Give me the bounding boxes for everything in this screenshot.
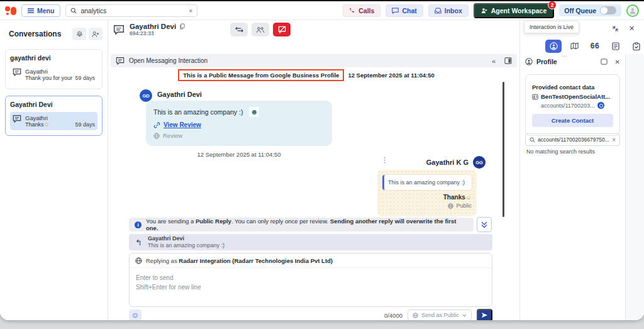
reply-quote-bar: ↰ Gayathri Devi This is an amazing compa… (129, 234, 492, 250)
contact-name-row: BenTestOpenSocialAtt... (532, 93, 613, 100)
agent-workspace-button[interactable]: Agent Workspace 2 (474, 3, 555, 18)
conversation-group-name: gayathri devi (10, 54, 97, 62)
phone-icon (349, 8, 355, 14)
reply-arrow-icon: ↰ (135, 238, 142, 247)
message-icon (116, 57, 125, 65)
inbound-message-bubble: This is an amazing company :) ☻ View Rev… (146, 101, 332, 146)
detail-tabs: 66 Tools (520, 38, 644, 54)
interaction-contact-name: Gayathri Devi (130, 23, 176, 31)
close-profile-icon[interactable]: ✕ (615, 59, 620, 65)
consult-button[interactable] (252, 23, 269, 36)
workspace-badge: 2 (548, 1, 557, 9)
agent-icon (481, 8, 488, 14)
emoji-picker-button[interactable]: ☺ (129, 309, 142, 320)
tab-wrapup[interactable] (628, 40, 644, 53)
smiley-emoji: ☺ (44, 121, 50, 128)
user-avatar[interactable] (626, 4, 639, 17)
top-bar: Menu × Calls Chat Inbox Agent Workspace (0, 1, 644, 20)
collapse-notice-button[interactable] (477, 217, 492, 232)
inbound-sender-name: Gayathri Devi (157, 91, 202, 98)
profile-icon (525, 58, 533, 65)
outbound-message-bubble: This is an amazing company :) Thanks☺ Pu… (377, 170, 477, 216)
collapse-left-icon[interactable]: « (492, 57, 496, 65)
search-icon (530, 137, 535, 143)
conversation-card[interactable]: gayathri devi Gayathri Thank you for you… (5, 49, 103, 89)
conversation-age: 59 days (75, 75, 95, 81)
panel-layout-icon[interactable] (504, 57, 512, 64)
end-interaction-button[interactable] (273, 23, 291, 36)
chevron-double-down-icon (481, 221, 487, 228)
add-conversation-button[interactable] (89, 28, 103, 40)
message-input[interactable]: Enter to send Shift+Enter for new line (130, 268, 492, 306)
search-icon (70, 8, 77, 14)
person-add-icon (92, 31, 99, 38)
tab-journey[interactable] (566, 40, 582, 53)
message-banner-row: This is a Public Message from Google Bus… (108, 69, 504, 81)
send-as-dropdown[interactable]: Send as Public (408, 309, 472, 320)
inbox-label: Inbox (445, 7, 462, 14)
interaction-live-tooltip: Interaction is Live (524, 21, 579, 33)
minimize-icon[interactable] (612, 25, 619, 32)
transcript-title: Open Messaging Interaction (129, 57, 208, 64)
public-message-banner: This is a Public Message from Google Bus… (178, 69, 344, 81)
inbound-message-text: This is an amazing company :) (153, 108, 243, 116)
outbound-quoted-text: This is an amazing company :) (382, 175, 472, 190)
outbound-channel-label: Public (456, 203, 472, 209)
person-icon (629, 7, 636, 14)
globe-icon (413, 313, 418, 318)
replying-as-prefix: Replying as (146, 257, 179, 264)
transcript-header: Open Messaging Interaction « (111, 54, 517, 67)
transfer-icon (235, 26, 243, 33)
agent-workspace-label: Agent Workspace (491, 7, 547, 14)
genesys-logo-icon (5, 5, 16, 16)
contact-search-input[interactable] (538, 137, 609, 143)
contact-account: accounts/11700203... (541, 103, 594, 109)
conversation-group-name: Gayathri Devi (10, 101, 97, 108)
conversation-contact: Gayathri (25, 114, 95, 121)
profile-icon (550, 42, 558, 50)
calls-button[interactable]: Calls (343, 4, 380, 17)
view-review-link[interactable]: View Review (153, 121, 325, 128)
globe-icon (153, 133, 160, 139)
transcript-scrollbar[interactable] (502, 82, 504, 217)
conversation-settings-button[interactable] (72, 28, 86, 40)
search-clear-icon[interactable]: × (189, 7, 192, 14)
account-badge-icon[interactable] (597, 102, 604, 109)
conversation-card-selected[interactable]: Gayathri Devi Gayathri Thanks☺ 59 days (5, 96, 103, 136)
send-button[interactable] (477, 309, 492, 320)
create-contact-button[interactable]: Create Contact (532, 114, 613, 127)
clipboard-check-icon (633, 42, 640, 50)
globe-icon (135, 257, 142, 264)
tab-notes[interactable] (608, 40, 624, 53)
chat-button[interactable]: Chat (386, 4, 423, 17)
contact-card-icon (532, 94, 538, 100)
message-icon (13, 68, 21, 76)
transfer-button[interactable] (230, 23, 248, 36)
tab-responses[interactable]: 66 (587, 40, 603, 53)
composer-placeholder-line1: Enter to send (136, 273, 486, 282)
chat-icon (392, 8, 399, 14)
inbox-button[interactable]: Inbox (428, 4, 469, 17)
close-interaction-icon[interactable]: ✕ (629, 25, 635, 32)
global-search[interactable]: × (65, 4, 197, 17)
journey-map-icon (570, 42, 579, 50)
tab-profile[interactable] (545, 40, 562, 53)
copy-icon[interactable] (179, 23, 185, 30)
conversation-contact: Gayathri (25, 68, 95, 75)
menu-button[interactable]: Menu (21, 4, 60, 17)
agent-workspace-window: Menu × Calls Chat Inbox Agent Workspace (0, 1, 644, 320)
contact-search-clear-icon[interactable]: × (612, 137, 616, 143)
contact-data-card: Provided contact data BenTestOpenSocialA… (525, 74, 620, 136)
global-search-input[interactable] (80, 7, 185, 14)
hamburger-icon (28, 8, 34, 13)
quotes-icon: 66 (591, 42, 599, 50)
globe-icon (448, 203, 453, 209)
contact-search[interactable]: × (525, 133, 620, 146)
queue-toggle[interactable] (600, 6, 616, 14)
composer-placeholder-line2: Shift+Enter for new line (136, 282, 486, 292)
conversations-title: Conversations (9, 30, 61, 38)
interaction-timer: 694:23:33 (130, 31, 185, 36)
send-plane-icon (481, 312, 488, 318)
popout-icon[interactable] (601, 59, 608, 65)
gear-icon (76, 31, 83, 38)
